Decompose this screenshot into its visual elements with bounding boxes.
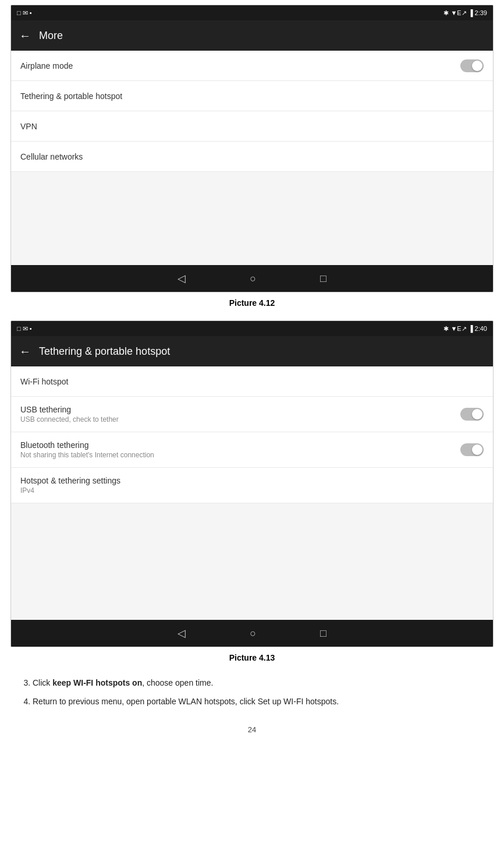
caption-1: Picture 4.12 xyxy=(0,292,504,316)
list-item[interactable]: Bluetooth tethering Not sharing this tab… xyxy=(11,432,493,468)
notification-icons-1: □ ✉ • xyxy=(17,9,32,17)
usb-tethering-toggle[interactable] xyxy=(460,408,484,421)
item-subtitle: USB connected, check to tether xyxy=(20,415,119,424)
item-text: Wi-Fi hotspot xyxy=(20,377,68,386)
screenshot-1: □ ✉ • ✱ ▼E↗ ▐ 2:39 ← More Airplane mode xyxy=(10,5,494,292)
list-item[interactable]: Cellular networks xyxy=(11,142,493,172)
item-title: Airplane mode xyxy=(20,61,73,70)
bluetooth-tethering-toggle[interactable] xyxy=(460,443,484,456)
item-text: Hotspot & tethering settings IPv4 xyxy=(20,476,120,495)
home-nav-button-2[interactable]: ○ xyxy=(250,627,256,640)
list-item[interactable]: USB tethering USB connected, check to te… xyxy=(11,397,493,432)
settings-list-1: Airplane mode Tethering & portable hotsp… xyxy=(11,51,493,172)
body-text: Click keep WI-FI hotspots on, choose ope… xyxy=(0,671,504,725)
body-item-3-bold: keep WI-FI hotspots on xyxy=(52,678,142,687)
item-text: Airplane mode xyxy=(20,61,73,70)
item-title: Hotspot & tethering settings xyxy=(20,476,120,485)
item-text: Bluetooth tethering Not sharing this tab… xyxy=(20,440,154,459)
list-item[interactable]: Hotspot & tethering settings IPv4 xyxy=(11,468,493,503)
home-nav-button-1[interactable]: ○ xyxy=(250,273,256,285)
status-icons-right-2: ✱ ▼E↗ ▐ 2:40 xyxy=(443,325,487,333)
empty-area-1 xyxy=(11,172,493,265)
item-title: Cellular networks xyxy=(20,152,83,161)
body-item-4: Return to previous menu, open portable W… xyxy=(33,695,483,709)
status-icons-left-1: □ ✉ • xyxy=(17,9,32,17)
item-text: VPN xyxy=(20,122,37,131)
list-item[interactable]: Airplane mode xyxy=(11,51,493,81)
android-screen-1: □ ✉ • ✱ ▼E↗ ▐ 2:39 ← More Airplane mode xyxy=(10,5,494,292)
recents-nav-button-1[interactable]: □ xyxy=(320,273,326,285)
item-subtitle: Not sharing this tablet's Internet conne… xyxy=(20,451,154,459)
body-item-3-prefix: Click xyxy=(33,678,52,687)
item-title: USB tethering xyxy=(20,405,119,414)
body-item-3-rest: , choose open time. xyxy=(142,678,213,687)
item-title: Tethering & portable hotspot xyxy=(20,91,122,101)
item-text: Tethering & portable hotspot xyxy=(20,91,122,101)
item-text: USB tethering USB connected, check to te… xyxy=(20,405,119,424)
item-title: Bluetooth tethering xyxy=(20,440,154,450)
list-item[interactable]: VPN xyxy=(11,111,493,142)
back-button-2[interactable]: ← xyxy=(19,345,31,358)
android-screen-2: □ ✉ • ✱ ▼E↗ ▐ 2:40 ← Tethering & portabl… xyxy=(10,320,494,647)
empty-area-2 xyxy=(11,503,493,620)
page-number: 24 xyxy=(0,725,504,743)
status-icons-right-1: ✱ ▼E↗ ▐ 2:39 xyxy=(443,9,487,17)
back-nav-button-2[interactable]: ◁ xyxy=(178,627,186,640)
system-icons-1: ✱ ▼E↗ ▐ 2:39 xyxy=(443,9,487,17)
item-title: Wi-Fi hotspot xyxy=(20,377,68,386)
item-title: VPN xyxy=(20,122,37,131)
status-bar-2: □ ✉ • ✱ ▼E↗ ▐ 2:40 xyxy=(11,321,493,336)
system-icons-2: ✱ ▼E↗ ▐ 2:40 xyxy=(443,325,487,333)
list-item[interactable]: Tethering & portable hotspot xyxy=(11,81,493,111)
screen2-title: Tethering & portable hotspot xyxy=(39,345,170,358)
settings-list-2: Wi-Fi hotspot USB tethering USB connecte… xyxy=(11,366,493,503)
item-subtitle: IPv4 xyxy=(20,486,120,495)
recents-nav-button-2[interactable]: □ xyxy=(320,627,326,640)
back-button-1[interactable]: ← xyxy=(19,29,31,43)
back-nav-button-1[interactable]: ◁ xyxy=(178,272,186,285)
nav-bar-1: ◁ ○ □ xyxy=(11,265,493,292)
body-item-3: Click keep WI-FI hotspots on, choose ope… xyxy=(33,676,483,690)
caption-2: Picture 4.13 xyxy=(0,647,504,671)
screen1-title: More xyxy=(39,30,63,42)
status-bar-1: □ ✉ • ✱ ▼E↗ ▐ 2:39 xyxy=(11,5,493,20)
notification-icons-2: □ ✉ • xyxy=(17,325,32,333)
screenshot-2: □ ✉ • ✱ ▼E↗ ▐ 2:40 ← Tethering & portabl… xyxy=(10,320,494,647)
status-icons-left-2: □ ✉ • xyxy=(17,325,32,333)
nav-bar-2: ◁ ○ □ xyxy=(11,620,493,647)
action-bar-2: ← Tethering & portable hotspot xyxy=(11,336,493,366)
list-item[interactable]: Wi-Fi hotspot xyxy=(11,366,493,397)
action-bar-1: ← More xyxy=(11,20,493,51)
item-text: Cellular networks xyxy=(20,152,83,161)
airplane-mode-toggle[interactable] xyxy=(460,59,484,72)
